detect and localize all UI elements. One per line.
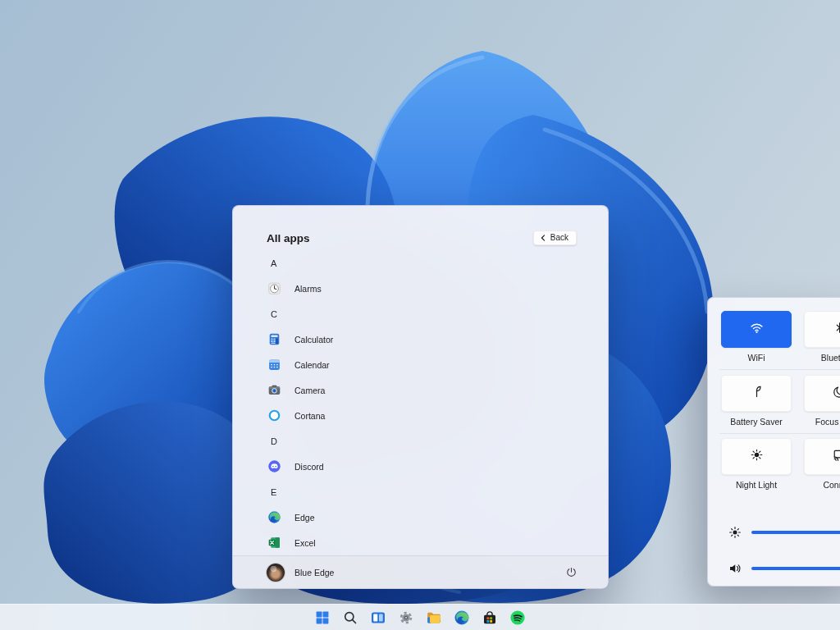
volume-slider[interactable] — [751, 567, 840, 570]
app-item-camera[interactable]: Camera — [233, 377, 608, 403]
connect-tile[interactable] — [804, 438, 840, 475]
app-item-edge[interactable]: Edge — [233, 504, 608, 530]
taskbar-file-explorer-button[interactable] — [424, 608, 444, 628]
quick-settings-divider — [719, 369, 840, 370]
power-button[interactable] — [560, 562, 582, 583]
quick-setting-cell: WiFi — [721, 311, 792, 375]
app-item-label: Discord — [294, 462, 324, 472]
start-menu-header: All apps Back — [267, 230, 577, 246]
quick-setting-label: Battery Saver — [721, 417, 792, 427]
start-menu-all-apps-panel: All apps Back AAlarmsCCalculatorCalendar… — [232, 205, 609, 589]
quick-setting-cell: Night Light — [721, 438, 792, 502]
taskbar-spotify-button[interactable] — [508, 608, 527, 628]
taskbar-start-button[interactable] — [313, 608, 332, 628]
app-item-calendar[interactable]: Calendar — [233, 352, 608, 377]
quick-setting-cell: Focus assist — [804, 375, 840, 439]
settings-gear-icon — [398, 609, 414, 626]
user-avatar[interactable] — [267, 564, 285, 582]
alarms-icon — [267, 281, 281, 295]
back-button-label: Back — [550, 233, 568, 242]
section-letter-label: C — [271, 309, 277, 319]
all-apps-title: All apps — [267, 232, 310, 244]
bluetooth-icon — [832, 320, 840, 339]
battery-saver-icon — [749, 384, 765, 403]
windows-start-icon — [314, 609, 331, 626]
task-view-icon — [370, 609, 386, 626]
app-item-label: Cortana — [294, 411, 325, 421]
quick-setting-label: WiFi — [721, 353, 792, 363]
section-letter-a[interactable]: A — [233, 250, 608, 276]
quick-settings-divider — [719, 433, 840, 434]
app-item-label: Calendar — [294, 360, 330, 370]
quick-settings-grid: WiFiBluetoothBattery SaverFocus assistNi… — [721, 311, 840, 502]
camera-icon — [267, 383, 281, 397]
quick-setting-label: Night Light — [721, 480, 792, 490]
volume-icon — [728, 561, 742, 576]
microsoft-store-icon — [482, 609, 498, 626]
app-item-label: Calculator — [294, 335, 333, 345]
quick-setting-cell: Bluetooth — [804, 311, 840, 375]
quick-setting-cell: Connect — [804, 438, 840, 502]
taskbar-search-button[interactable] — [340, 608, 360, 628]
app-item-label: Edge — [294, 513, 315, 523]
taskbar-task-view-button[interactable] — [368, 608, 388, 628]
volume-slider-row — [728, 559, 840, 578]
taskbar — [0, 604, 840, 630]
cortana-icon — [267, 409, 281, 422]
app-item-discord[interactable]: Discord — [233, 454, 608, 479]
app-item-alarms[interactable]: Alarms — [233, 276, 608, 301]
section-letter-d[interactable]: D — [233, 428, 608, 454]
night-light-tile[interactable] — [721, 438, 792, 475]
excel-icon — [267, 536, 281, 550]
focus-icon — [832, 384, 840, 403]
calculator-icon — [267, 332, 281, 346]
edge-icon — [454, 609, 470, 626]
discord-icon — [267, 459, 281, 473]
app-item-cortana[interactable]: Cortana — [233, 403, 608, 428]
app-item-label: Excel — [294, 538, 316, 548]
calendar-icon — [267, 358, 281, 372]
app-item-excel[interactable]: Excel — [233, 530, 608, 555]
folder-icon — [426, 609, 442, 626]
bluetooth-tile[interactable] — [804, 311, 840, 348]
section-letter-c[interactable]: C — [233, 301, 608, 326]
search-icon — [342, 609, 358, 626]
quick-setting-label: Focus assist — [804, 417, 840, 427]
taskbar-settings-button[interactable] — [396, 608, 416, 628]
wifi-tile[interactable] — [721, 311, 792, 348]
edge-icon — [267, 510, 281, 524]
focus-assist-tile[interactable] — [804, 375, 840, 412]
app-item-label: Alarms — [294, 284, 322, 294]
quick-settings-panel: WiFiBluetoothBattery SaverFocus assistNi… — [707, 297, 840, 587]
back-button[interactable]: Back — [533, 231, 577, 245]
quick-setting-cell: Battery Saver — [721, 375, 792, 439]
night-light-icon — [749, 447, 765, 466]
quick-setting-label: Connect — [804, 480, 840, 490]
quick-settings-sliders — [728, 523, 840, 595]
brightness-slider[interactable] — [751, 531, 840, 534]
section-letter-label: D — [271, 436, 277, 446]
quick-setting-label: Bluetooth — [804, 353, 840, 363]
section-letter-label: A — [271, 258, 276, 268]
start-menu-user-bar: Blue Edge — [233, 555, 608, 588]
battery-saver-tile[interactable] — [721, 375, 792, 412]
brightness-slider-row — [728, 523, 840, 542]
app-item-calculator[interactable]: Calculator — [233, 326, 608, 352]
section-letter-label: E — [271, 487, 276, 497]
connect-icon — [832, 447, 840, 466]
app-item-label: Camera — [294, 386, 325, 395]
power-icon — [565, 566, 578, 578]
user-name[interactable]: Blue Edge — [294, 568, 334, 578]
wifi-icon — [749, 320, 765, 339]
section-letter-e[interactable]: E — [233, 479, 608, 504]
taskbar-edge-button[interactable] — [452, 608, 472, 628]
chevron-left-icon — [540, 235, 546, 241]
brightness-icon — [728, 525, 742, 540]
taskbar-store-button[interactable] — [480, 608, 500, 628]
spotify-icon — [509, 609, 526, 626]
all-apps-list: AAlarmsCCalculatorCalendarCameraCortanaD… — [233, 250, 608, 555]
